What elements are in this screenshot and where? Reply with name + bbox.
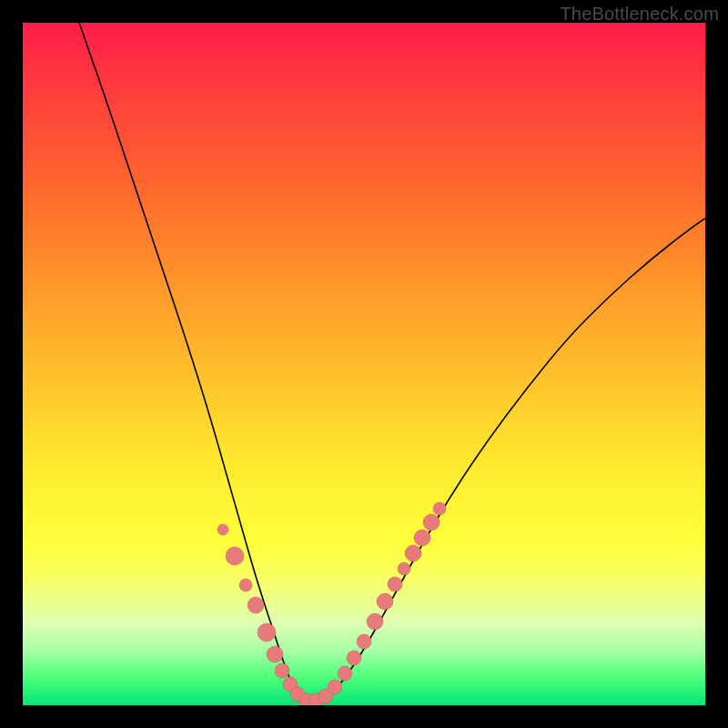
data-dot: [338, 666, 352, 681]
data-dots-group: [217, 502, 446, 705]
outer-frame: TheBottleneck.com: [0, 0, 728, 728]
data-dot: [328, 680, 342, 694]
data-dot: [414, 530, 430, 546]
data-dot: [377, 593, 393, 610]
data-dot: [388, 577, 402, 592]
data-dot: [248, 597, 264, 613]
data-dot: [275, 663, 289, 678]
data-dot: [433, 502, 446, 515]
data-dot: [405, 545, 421, 561]
data-dot: [258, 623, 276, 642]
data-dot: [347, 651, 361, 665]
data-dot: [423, 514, 440, 531]
data-dot: [239, 579, 252, 592]
chart-svg: [23, 23, 705, 705]
bottleneck-curve-left: [79, 23, 307, 705]
plot-area: [23, 23, 705, 705]
data-dot: [226, 547, 244, 565]
bottleneck-curve-right: [307, 218, 705, 705]
watermark-text: TheBottleneck.com: [560, 4, 719, 25]
data-dot: [367, 613, 383, 630]
data-dot: [267, 646, 283, 662]
data-dot: [357, 634, 371, 649]
data-dot: [398, 562, 410, 575]
data-dot: [217, 524, 228, 535]
